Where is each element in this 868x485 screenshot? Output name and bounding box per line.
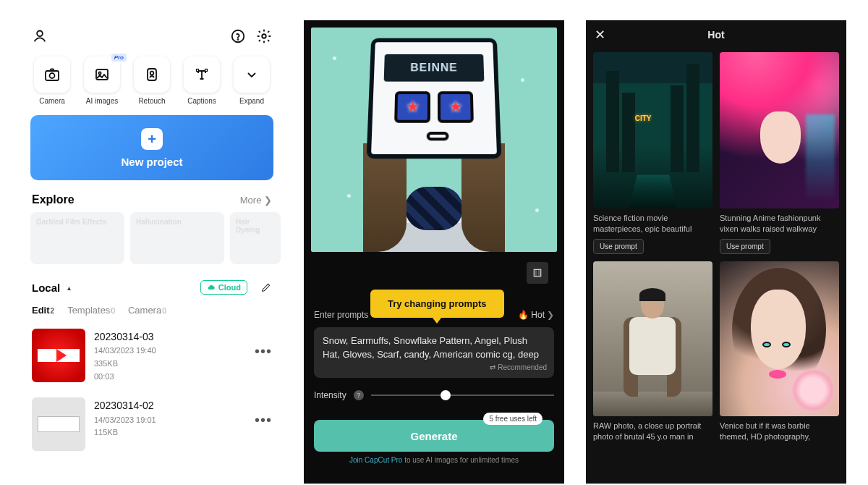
- tab-templates[interactable]: Templates0: [67, 305, 115, 316]
- local-heading: Local: [32, 282, 60, 294]
- svg-point-7: [98, 72, 101, 74]
- project-size: 115KB: [94, 426, 246, 439]
- chevron-down-icon: [243, 66, 260, 83]
- join-pro-link[interactable]: Join CapCut Pro: [349, 456, 402, 464]
- new-project-button[interactable]: + New project: [30, 115, 273, 180]
- tool-camera[interactable]: Camera: [30, 56, 74, 105]
- use-prompt-button[interactable]: Use prompt: [720, 239, 770, 254]
- plus-icon: +: [141, 128, 163, 150]
- captions-icon: [193, 66, 210, 83]
- svg-point-3: [262, 34, 266, 38]
- fullscreen-button[interactable]: [527, 262, 548, 284]
- project-name: 20230314-02: [94, 397, 246, 413]
- uses-left-badge: 5 free uses left: [483, 413, 542, 425]
- svg-rect-10: [197, 69, 199, 72]
- home-screen: Camera Pro AI images Retouch Captions Ex…: [22, 20, 282, 484]
- project-thumb: [32, 397, 85, 451]
- prompt-card[interactable]: RAW photo, a close up portrait photo of …: [593, 261, 712, 442]
- new-project-label: New project: [121, 156, 182, 168]
- svg-rect-4: [46, 71, 59, 80]
- prompt-card[interactable]: Venice but if it was barbie themed, HD p…: [720, 261, 839, 442]
- ai-images-icon: [93, 66, 111, 83]
- prompt-input[interactable]: Snow, Earmuffs, Snowflake Pattern, Angel…: [314, 327, 554, 378]
- fullscreen-icon: [532, 267, 543, 279]
- ai-image-screen: BEINNE Try changing prompts Enter prompt…: [304, 20, 564, 484]
- tool-ai-images[interactable]: Pro AI images: [80, 56, 124, 105]
- use-prompt-button[interactable]: Use prompt: [593, 239, 644, 254]
- generated-image: BEINNE: [311, 28, 557, 252]
- project-size: 335KB: [94, 358, 246, 371]
- chevron-up-icon[interactable]: ▴: [67, 284, 71, 292]
- svg-point-0: [37, 30, 43, 36]
- profile-icon[interactable]: [32, 28, 48, 44]
- svg-point-9: [150, 72, 154, 75]
- hot-button[interactable]: 🔥 Hot ❯: [518, 310, 554, 320]
- recommended-button[interactable]: ⇄ Recommended: [490, 363, 547, 374]
- project-thumb: [32, 329, 85, 382]
- svg-rect-11: [205, 69, 208, 72]
- enter-prompts-label: Enter prompts: [314, 310, 368, 320]
- explore-card[interactable]: Hair Dyeing: [230, 212, 281, 264]
- help-icon[interactable]: ?: [354, 390, 364, 400]
- camera-icon: [43, 66, 61, 83]
- explore-card[interactable]: Hallucination: [130, 212, 224, 264]
- prompt-image: [593, 261, 712, 416]
- project-item[interactable]: 20230314-02 14/03/2023 19:01 115KB •••: [22, 390, 282, 451]
- prompt-card[interactable]: CITY Science fiction movie masterpieces,…: [593, 52, 712, 254]
- project-date: 14/03/2023 19:40: [94, 345, 246, 358]
- project-item[interactable]: 20230314-03 14/03/2023 19:40 335KB 00:03…: [22, 321, 282, 390]
- tool-label: AI images: [86, 97, 118, 105]
- help-icon[interactable]: [230, 28, 246, 44]
- settings-icon[interactable]: [256, 28, 272, 44]
- explore-heading: Explore: [32, 193, 75, 206]
- svg-rect-12: [534, 269, 540, 276]
- intensity-slider[interactable]: [371, 388, 554, 402]
- prompt-image: CITY: [593, 52, 712, 208]
- flame-icon: 🔥: [518, 310, 529, 320]
- project-more-button[interactable]: •••: [255, 329, 272, 360]
- explore-more-button[interactable]: More ❯: [240, 195, 272, 206]
- prompt-image: [720, 261, 839, 416]
- project-date: 14/03/2023 19:01: [94, 414, 246, 427]
- tool-label: Camera: [39, 97, 65, 105]
- explore-card[interactable]: Garbled Film Effects: [30, 212, 124, 264]
- prompt-caption: Venice but if it was barbie themed, HD p…: [720, 421, 839, 442]
- tool-label: Expand: [239, 97, 264, 105]
- prompt-caption: Science fiction movie masterpieces, epic…: [593, 213, 712, 235]
- cloud-icon: [207, 283, 216, 292]
- prompt-card[interactable]: Stunning Anime fashionpunk vixen walks r…: [720, 52, 839, 254]
- hot-prompts-screen: ✕ Hot CITY Science fiction movie masterp…: [586, 20, 846, 484]
- pro-badge: Pro: [111, 54, 127, 62]
- join-pro-text: Join CapCut Pro to use AI images for unl…: [304, 456, 564, 464]
- retouch-icon: [143, 66, 161, 83]
- project-more-button[interactable]: •••: [255, 397, 272, 429]
- tab-camera[interactable]: Camera0: [128, 305, 166, 316]
- tool-retouch[interactable]: Retouch: [130, 56, 174, 105]
- cloud-button[interactable]: Cloud: [200, 280, 247, 295]
- tool-expand[interactable]: Expand: [230, 56, 273, 105]
- page-title: Hot: [586, 29, 846, 41]
- prompt-image: [720, 52, 839, 208]
- svg-point-5: [50, 73, 55, 78]
- project-name: 20230314-03: [94, 329, 246, 345]
- tool-label: Captions: [187, 97, 216, 105]
- prompt-caption: RAW photo, a close up portrait photo of …: [593, 421, 712, 442]
- edit-icon[interactable]: [260, 282, 272, 293]
- project-duration: 00:03: [94, 371, 246, 384]
- tool-captions[interactable]: Captions: [180, 56, 224, 105]
- tab-edit[interactable]: Edit2: [32, 305, 54, 316]
- try-tip: Try changing prompts: [370, 290, 504, 318]
- prompt-caption: Stunning Anime fashionpunk vixen walks r…: [720, 213, 839, 235]
- tool-label: Retouch: [138, 97, 165, 105]
- svg-point-2: [237, 39, 238, 40]
- intensity-label: Intensity: [314, 390, 346, 400]
